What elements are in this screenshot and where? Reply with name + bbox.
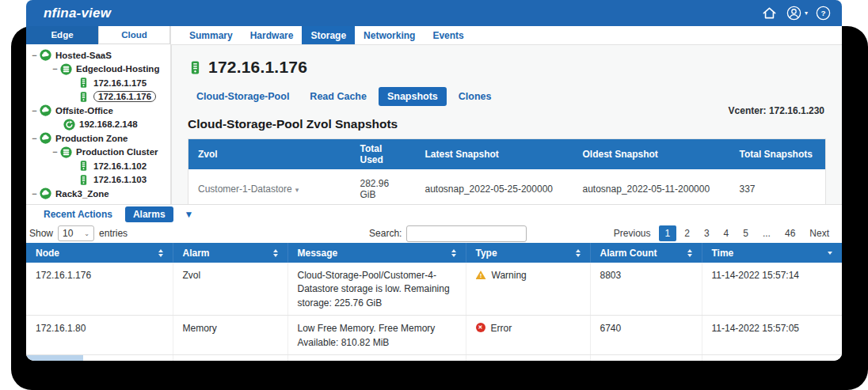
tree-node-label[interactable]: 192.168.2.148: [79, 119, 138, 129]
top-bar: nfina-view ▾ ?: [26, 0, 842, 26]
account-caret-icon[interactable]: ▾: [805, 9, 808, 17]
collapse-icon[interactable]: −: [29, 106, 40, 115]
tree-node-label[interactable]: Offsite-Office: [55, 106, 113, 115]
tree-item-edgecloud-hosting: −Edgecloud-Hosting: [26, 62, 170, 77]
alarm-type-cell: warning: [466, 354, 590, 361]
collapse-icon[interactable]: −: [29, 189, 40, 199]
topbar-actions: ▾ ?: [762, 6, 831, 21]
sidebar-tab-edge[interactable]: Edge: [26, 26, 98, 44]
sidebar: EdgeCloud −Hosted-SaaS−Edgecloud-Hosting…: [26, 26, 171, 204]
page-1[interactable]: 1: [659, 225, 677, 241]
tab-recent-actions[interactable]: Recent Actions: [36, 206, 120, 222]
inventory-tree: −Hosted-SaaS−Edgecloud-Hosting172.16.1.1…: [26, 44, 170, 204]
column-header-zvol: Zvol: [188, 139, 351, 170]
alarm-name-cell: Jovian Event: [173, 354, 287, 361]
collapse-icon[interactable]: −: [29, 134, 40, 143]
alarm-row[interactable]: 172.16.1.175Jovian EventPlease activate …: [26, 354, 842, 361]
server-icon: [78, 77, 89, 89]
page-4[interactable]: 4: [718, 225, 736, 241]
page-46[interactable]: 46: [779, 225, 801, 241]
subtab-cloud-storage-pool[interactable]: Cloud-Storage-Pool: [188, 87, 298, 106]
tree-item-172-16-1-102: 172.16.1.102: [26, 159, 170, 173]
sidebar-tab-cloud[interactable]: Cloud: [98, 26, 170, 44]
show-label: Show: [29, 228, 53, 239]
table-row-peek: [26, 355, 83, 361]
tree-item-rack3-zone: −Rack3_Zone: [26, 187, 170, 201]
column-header-alarm-count[interactable]: Alarm Count: [590, 243, 702, 263]
tree-node-label[interactable]: Edgecloud-Hosting: [76, 64, 159, 74]
alarm-type-cell: Warning: [466, 263, 590, 316]
tree-node-label[interactable]: Hosted-SaaS: [55, 51, 112, 60]
alarm-node-cell: 172.16.1.176: [26, 263, 173, 316]
server-icon: [78, 160, 89, 172]
snapshot-table-header: ZvolTotal UsedLatest SnapshotOldest Snap…: [188, 139, 826, 170]
subtab-read-cache[interactable]: Read Cache: [301, 87, 375, 106]
tab-alarms[interactable]: Alarms: [125, 206, 173, 222]
page-2[interactable]: 2: [678, 225, 696, 241]
home-icon[interactable]: [762, 6, 777, 21]
filter-dropdown-icon[interactable]: ▼: [185, 209, 194, 220]
page-previous[interactable]: Previous: [607, 225, 657, 241]
sort-icon: [687, 249, 692, 257]
alarm-table-header: NodeAlarmMessageTypeAlarm CountTime: [26, 243, 842, 263]
tree-item-172-16-1-176: 172.16.1.176: [26, 90, 170, 104]
subtab-clones[interactable]: Clones: [450, 87, 501, 106]
server-icon: [78, 91, 89, 103]
table-row: Customer-1-Datastore▾282.96 GiBautosnap_…: [188, 169, 826, 204]
alarm-table: NodeAlarmMessageTypeAlarm CountTime 172.…: [26, 243, 842, 361]
tree-node-label[interactable]: Production Cluster: [76, 147, 158, 157]
warning-icon: [476, 271, 486, 279]
column-header-total-snapshots: Total Snapshots: [730, 139, 826, 170]
alarm-count-cell: 8803: [590, 263, 702, 316]
tree-node-label[interactable]: 172.16.1.175: [93, 78, 147, 88]
tree-item-production-zone: −Production Zone: [26, 131, 170, 146]
app-logo: nfina-view: [44, 6, 111, 21]
alarm-time-cell: 11-14-2022 06:25:02: [702, 354, 842, 361]
alarm-count-cell: 6740: [590, 316, 702, 355]
help-icon[interactable]: ?: [816, 6, 831, 21]
tab-summary[interactable]: Summary: [181, 26, 242, 44]
page-5[interactable]: 5: [737, 225, 755, 241]
alarm-type-cell: Error: [466, 316, 590, 355]
column-header-time[interactable]: Time: [702, 243, 842, 263]
tree-node-label[interactable]: Production Zone: [55, 134, 128, 143]
tree-item-production-cluster: −Production Cluster: [26, 146, 170, 160]
page-[interactable]: ...: [756, 225, 777, 241]
tree-node-label[interactable]: 172.16.1.102: [93, 161, 147, 171]
search-group: Search:: [369, 225, 527, 242]
tree-node-label[interactable]: 172.16.1.176: [93, 91, 156, 102]
subtab-snapshots[interactable]: Snapshots: [379, 87, 447, 106]
cluster-icon: [60, 63, 72, 75]
collapse-icon[interactable]: −: [29, 51, 40, 60]
tab-hardware[interactable]: Hardware: [242, 26, 303, 44]
collapse-icon[interactable]: −: [50, 147, 60, 157]
page-3[interactable]: 3: [698, 225, 716, 241]
page-size-select[interactable]: 10 ⌄: [58, 225, 94, 241]
tab-networking[interactable]: Networking: [355, 26, 424, 44]
collapse-icon[interactable]: −: [50, 64, 60, 74]
entries-label: entries: [99, 228, 128, 239]
alarm-row[interactable]: 172.16.1.176ZvolCloud-Storage-Pool/Custo…: [26, 263, 842, 316]
column-header-type[interactable]: Type: [466, 243, 590, 263]
tree-item-offsite-office: −Offsite-Office: [26, 104, 170, 118]
column-header-node[interactable]: Node: [26, 243, 173, 263]
alarm-row[interactable]: 172.16.1.80MemoryLow Free Memory. Free M…: [26, 316, 842, 355]
page-size-group: Show 10 ⌄ entries: [28, 225, 128, 241]
account-icon[interactable]: [786, 6, 801, 21]
tree-item-192-168-2-148: 192.168.2.148: [26, 118, 170, 132]
page-next[interactable]: Next: [803, 225, 836, 241]
column-header-message[interactable]: Message: [287, 243, 466, 263]
column-header-alarm[interactable]: Alarm: [173, 243, 287, 263]
zone-icon: [40, 49, 51, 61]
tab-storage[interactable]: Storage: [302, 26, 355, 44]
tab-events[interactable]: Events: [424, 26, 472, 44]
tree-node-label[interactable]: Rack3_Zone: [55, 189, 109, 199]
tree-node-label[interactable]: 172.16.1.103: [93, 175, 147, 184]
search-input[interactable]: [406, 225, 527, 242]
error-icon: [476, 323, 485, 332]
svg-text:?: ?: [820, 9, 825, 17]
select-caret-icon: ⌄: [84, 230, 89, 237]
zvol-dropdown[interactable]: Customer-1-Datastore▾: [188, 169, 351, 204]
bottom-tabs: Recent ActionsAlarms▼: [26, 205, 842, 224]
pagination: Previous12345...46Next: [607, 225, 836, 241]
